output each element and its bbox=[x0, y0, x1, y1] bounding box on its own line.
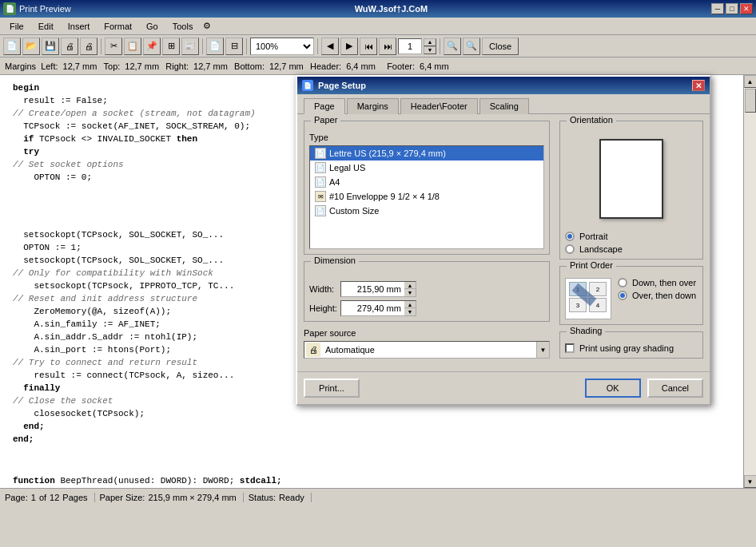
next-page-btn[interactable]: ▶ bbox=[340, 38, 358, 55]
orientation-group: Orientation Portrait Landscape bbox=[559, 121, 703, 260]
footer-label: Footer: bbox=[387, 61, 415, 71]
paper-icon: 📄 bbox=[315, 148, 326, 159]
print2-btn[interactable]: 🖨 bbox=[80, 38, 97, 55]
page-input[interactable] bbox=[398, 38, 422, 54]
view-btn[interactable]: 📰 bbox=[181, 38, 199, 55]
zoom-out-btn[interactable]: 🔍 bbox=[463, 38, 480, 55]
dialog-body: Paper Type 📄 Lettre US (215,9 × 279,4 mm… bbox=[297, 113, 710, 371]
shading-legend: Shading bbox=[567, 326, 605, 335]
header-label: Header: bbox=[310, 61, 341, 71]
prev-page-btn[interactable]: ◀ bbox=[321, 38, 339, 55]
portrait-radio[interactable] bbox=[565, 232, 575, 241]
margins-label: Margins bbox=[5, 61, 36, 71]
menu-tools[interactable]: Tools bbox=[166, 20, 200, 33]
height-up-btn[interactable]: ▲ bbox=[404, 301, 416, 308]
cancel-button[interactable]: Cancel bbox=[647, 379, 703, 398]
page-setup-dialog: 📄 Page Setup ✕ Page Margins Header\Foote… bbox=[296, 75, 711, 406]
window-title: WuW.Jsof†J.CoM bbox=[71, 4, 711, 14]
margins-bar: Margins Left: 12,7 mm Top: 12,7 mm Right… bbox=[0, 57, 756, 75]
tab-page[interactable]: Page bbox=[304, 98, 345, 114]
print-button[interactable]: Print... bbox=[304, 379, 360, 398]
width-up-btn[interactable]: ▲ bbox=[404, 282, 416, 289]
over-then-down-radio[interactable] bbox=[618, 291, 627, 300]
tab-header-footer[interactable]: Header\Footer bbox=[400, 98, 478, 114]
sep2 bbox=[202, 38, 203, 54]
save-btn[interactable]: 💾 bbox=[42, 38, 59, 55]
paper-legend: Paper bbox=[311, 115, 340, 125]
copy-btn[interactable]: 📋 bbox=[124, 38, 141, 55]
right-value: 12,7 mm bbox=[193, 61, 229, 71]
first-page-btn[interactable]: ⏮ bbox=[360, 38, 377, 55]
menu-edit[interactable]: Edit bbox=[32, 20, 60, 33]
gray-shading-option[interactable]: Print using gray shading bbox=[565, 343, 698, 353]
zoom-combo[interactable]: 100%75%50%150% bbox=[250, 38, 314, 55]
paper-item-0[interactable]: 📄 Lettre US (215,9 × 279,4 mm) bbox=[310, 146, 543, 161]
down-then-over-option[interactable]: Down, then over bbox=[618, 278, 696, 287]
gray-shading-label: Print using gray shading bbox=[579, 343, 674, 353]
dialog-overlay: 📄 Page Setup ✕ Page Margins Header\Foote… bbox=[0, 75, 756, 488]
page-view-btn[interactable]: 📄 bbox=[206, 38, 224, 55]
portrait-option[interactable]: Portrait bbox=[565, 232, 698, 241]
page-nav: ▲ ▼ bbox=[398, 38, 436, 54]
maximize-button[interactable]: □ bbox=[726, 3, 738, 14]
page-down-btn[interactable]: ▼ bbox=[424, 46, 436, 54]
sep3 bbox=[246, 38, 247, 54]
paper-size-section: Paper Size: 215,9 mm × 279,4 mm bbox=[100, 493, 244, 502]
grid-btn[interactable]: ⊞ bbox=[162, 38, 180, 55]
down-then-over-radio[interactable] bbox=[618, 278, 627, 287]
orientation-legend: Orientation bbox=[567, 115, 616, 125]
paper-item-1[interactable]: 📄 Legal US bbox=[310, 161, 543, 175]
dialog-close-btn[interactable]: ✕ bbox=[692, 80, 705, 91]
status-value: Ready bbox=[279, 493, 304, 502]
paper-item-2[interactable]: 📄 A4 bbox=[310, 175, 543, 189]
page-section: Page: 1 of 12 Pages bbox=[5, 493, 95, 502]
width-down-btn[interactable]: ▼ bbox=[404, 289, 416, 296]
close-toolbar-btn[interactable]: Close bbox=[482, 38, 519, 55]
landscape-radio[interactable] bbox=[565, 244, 575, 254]
menu-insert[interactable]: Insert bbox=[62, 20, 97, 33]
tab-scaling[interactable]: Scaling bbox=[479, 98, 529, 114]
paste-btn[interactable]: 📌 bbox=[143, 38, 161, 55]
window-controls: ─ □ ✕ bbox=[711, 3, 753, 14]
minimize-button[interactable]: ─ bbox=[711, 3, 724, 14]
paper-size-label: Paper Size: bbox=[100, 493, 145, 502]
gray-shading-checkbox[interactable] bbox=[565, 343, 575, 353]
paper-size-value: 215,9 mm × 279,4 mm bbox=[148, 493, 236, 502]
source-arrow-icon[interactable]: ▼ bbox=[536, 342, 549, 358]
height-label: Height: bbox=[309, 303, 337, 313]
height-down-btn[interactable]: ▼ bbox=[404, 308, 416, 315]
zoom-in-btn[interactable]: 🔍 bbox=[444, 38, 461, 55]
landscape-option[interactable]: Landscape bbox=[565, 244, 698, 254]
paper-section: Paper Type 📄 Lettre US (215,9 × 279,4 mm… bbox=[304, 121, 550, 365]
height-input[interactable] bbox=[340, 300, 404, 316]
print-order-preview: 1 2 3 4 bbox=[565, 278, 611, 319]
status-label: Status: bbox=[249, 493, 276, 502]
paper-icon: 📄 bbox=[315, 162, 326, 173]
tab-margins[interactable]: Margins bbox=[347, 98, 399, 114]
over-then-down-option[interactable]: Over, then down bbox=[618, 291, 696, 300]
open-btn[interactable]: 📂 bbox=[22, 38, 40, 55]
page-up-btn[interactable]: ▲ bbox=[424, 38, 436, 46]
bottom-label: Bottom: bbox=[234, 61, 265, 71]
paper-type-group: Paper Type 📄 Lettre US (215,9 × 279,4 mm… bbox=[304, 121, 550, 255]
print-order-group: Print Order 1 2 3 4 bbox=[559, 266, 703, 325]
tools-icon[interactable]: ⚙ bbox=[201, 20, 213, 33]
orientation-options: Portrait Landscape bbox=[565, 232, 698, 254]
paper-type-list[interactable]: 📄 Lettre US (215,9 × 279,4 mm) 📄 Legal U… bbox=[309, 145, 544, 249]
width-input[interactable] bbox=[340, 281, 404, 297]
paper-source-combo[interactable]: 🖨 Automatique ▼ bbox=[304, 341, 550, 359]
print-btn[interactable]: 🖨 bbox=[61, 38, 78, 55]
cut-btn[interactable]: ✂ bbox=[105, 38, 122, 55]
paper-item-4[interactable]: 📄 Custom Size bbox=[310, 204, 543, 218]
type-label: Type bbox=[309, 133, 544, 142]
landscape-label: Landscape bbox=[579, 244, 623, 254]
menu-format[interactable]: Format bbox=[97, 20, 138, 33]
new-btn[interactable]: 📄 bbox=[3, 38, 21, 55]
ok-button[interactable]: OK bbox=[585, 379, 641, 398]
menu-go[interactable]: Go bbox=[140, 20, 165, 33]
paper-item-3[interactable]: ✉ #10 Enveloppe 9 1/2 × 4 1/8 bbox=[310, 189, 543, 204]
menu-file[interactable]: File bbox=[3, 20, 30, 33]
close-button[interactable]: ✕ bbox=[740, 3, 753, 14]
multi-view-btn[interactable]: ⊟ bbox=[225, 38, 243, 55]
last-page-btn[interactable]: ⏭ bbox=[379, 38, 396, 55]
